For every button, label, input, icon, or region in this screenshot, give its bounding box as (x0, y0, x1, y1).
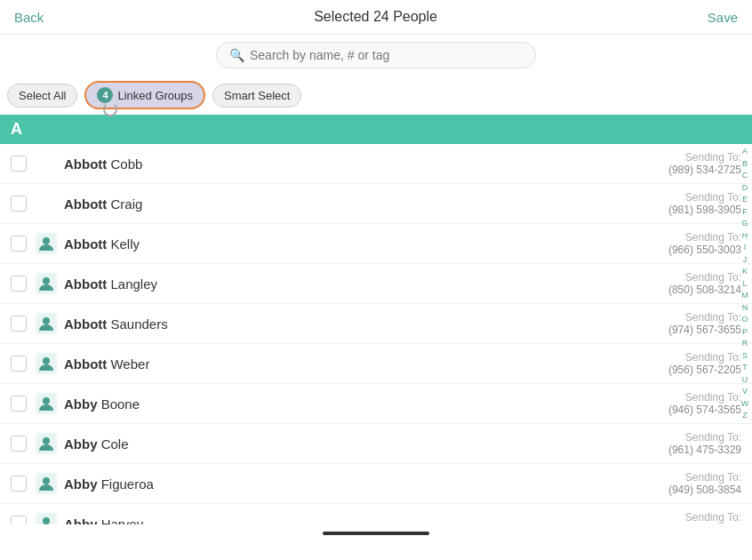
alpha-letter-v[interactable]: V (742, 386, 748, 398)
smart-select-button[interactable]: Smart Select (212, 84, 301, 108)
alpha-sidebar[interactable]: ABCDEFGHIJKLMNOPRSTUVWZ (738, 144, 752, 424)
alpha-letter-u[interactable]: U (742, 374, 748, 387)
alpha-letter-i[interactable]: I (744, 242, 747, 254)
svg-point-7 (43, 357, 50, 364)
contact-checkbox[interactable] (11, 436, 27, 452)
alpha-letter-b[interactable]: B (742, 158, 748, 171)
contact-checkbox[interactable] (11, 476, 27, 492)
contact-sending: Sending To:(939) 504-2073 (635, 511, 741, 524)
alpha-letter-e[interactable]: E (742, 194, 748, 206)
contact-name: Abbott Kelly (64, 236, 635, 252)
contact-avatar-icon (36, 273, 57, 294)
contact-name: Abby Cole (64, 436, 635, 452)
contact-row[interactable]: Abby BooneSending To:(946) 574-3565 (0, 384, 752, 424)
alpha-letter-n[interactable]: N (742, 302, 748, 315)
contact-sending: Sending To:(949) 508-3854 (635, 471, 741, 496)
contact-checkbox[interactable] (11, 396, 27, 412)
alpha-letter-c[interactable]: C (742, 170, 748, 182)
alpha-letter-o[interactable]: O (741, 314, 748, 326)
contact-name: Abbott Craig (64, 196, 635, 212)
contact-sending: Sending To:(981) 598-3905 (635, 191, 741, 216)
alpha-letter-p[interactable]: P (742, 326, 748, 339)
linked-groups-badge: 4 (97, 87, 113, 103)
contact-avatar-icon (36, 513, 57, 524)
contact-sending: Sending To:(956) 567-2205 (635, 351, 741, 376)
contact-sending: Sending To:(850) 508-3214 (635, 271, 741, 296)
alpha-letter-s[interactable]: S (742, 350, 748, 363)
contact-avatar-icon (36, 433, 57, 454)
contact-row[interactable]: Abbott KellySending To:(966) 550-3003 (0, 224, 752, 264)
contact-avatar-icon (36, 353, 57, 374)
contact-row[interactable]: Abby ColeSending To:(961) 475-3329 (0, 424, 752, 464)
svg-point-13 (43, 477, 50, 484)
contact-checkbox[interactable] (11, 156, 27, 172)
bottom-scroll (0, 524, 752, 542)
alpha-letter-w[interactable]: W (741, 398, 749, 411)
contact-avatar-icon (36, 233, 57, 254)
alpha-letter-h[interactable]: H (742, 230, 748, 243)
section-header-a: A (0, 115, 752, 144)
linked-groups-label: Linked Groups (117, 89, 193, 102)
alpha-letter-d[interactable]: D (742, 182, 748, 195)
contact-name: Abbott Cobb (64, 156, 635, 172)
search-bar[interactable]: 🔍 (216, 42, 536, 68)
contact-row[interactable]: Abbott SaundersSending To:(974) 567-3655 (0, 304, 752, 344)
contact-name: Abbott Saunders (64, 316, 635, 332)
alpha-letter-g[interactable]: G (741, 218, 748, 230)
header-title: Selected 24 People (314, 9, 437, 25)
alpha-letter-r[interactable]: R (742, 338, 748, 350)
contact-list[interactable]: Abbott CobbSending To:(989) 534-2725Abbo… (0, 144, 752, 524)
contact-avatar-icon (36, 473, 57, 494)
contact-avatar-icon (36, 393, 57, 414)
svg-point-5 (43, 317, 50, 324)
contact-checkbox[interactable] (11, 356, 27, 372)
contact-sending: Sending To:(961) 475-3329 (635, 431, 741, 456)
search-input[interactable] (250, 48, 523, 62)
contact-checkbox[interactable] (11, 276, 27, 292)
contact-sending: Sending To:(946) 574-3565 (635, 391, 741, 416)
contact-checkbox[interactable] (11, 516, 27, 524)
linked-groups-button[interactable]: 4 Linked Groups (84, 81, 205, 109)
alpha-letter-m[interactable]: M (741, 290, 748, 302)
contact-row[interactable]: Abby FigueroaSending To:(949) 508-3854 (0, 464, 752, 504)
contact-checkbox[interactable] (11, 196, 27, 212)
scroll-bar (323, 532, 429, 535)
search-container: 🔍 (0, 35, 752, 76)
contact-row[interactable]: Abbott CobbSending To:(989) 534-2725 (0, 144, 752, 184)
svg-point-1 (43, 237, 50, 244)
select-all-button[interactable]: Select All (7, 84, 77, 108)
svg-point-9 (43, 397, 50, 404)
contact-name: Abbott Langley (64, 276, 635, 292)
svg-point-3 (43, 277, 50, 284)
contact-row[interactable]: Abbott LangleySending To:(850) 508-3214 (0, 264, 752, 304)
list-area: Abbott CobbSending To:(989) 534-2725Abbo… (0, 144, 752, 524)
svg-point-11 (43, 437, 50, 444)
contact-name: Abby Figueroa (64, 476, 635, 492)
loading-spinner (103, 102, 117, 116)
contact-avatar-icon (36, 313, 57, 334)
back-button[interactable]: Back (14, 10, 44, 25)
alpha-letter-j[interactable]: J (743, 254, 748, 267)
save-button[interactable]: Save (708, 10, 738, 25)
contact-row[interactable]: Abbott CraigSending To:(981) 598-3905 (0, 184, 752, 224)
contact-checkbox[interactable] (11, 236, 27, 252)
contact-row[interactable]: Abby HarveySending To:(939) 504-2073 (0, 504, 752, 524)
alpha-letter-k[interactable]: K (742, 266, 748, 278)
contact-name: Abby Harvey (64, 516, 635, 525)
alpha-letter-z[interactable]: Z (742, 410, 748, 422)
alpha-letter-f[interactable]: F (742, 206, 748, 219)
alpha-letter-l[interactable]: L (742, 278, 747, 291)
header: Back Selected 24 People Save (0, 0, 752, 35)
alpha-letter-a[interactable]: A (742, 146, 748, 158)
contact-sending: Sending To:(989) 534-2725 (635, 151, 741, 176)
contact-name: Abby Boone (64, 396, 635, 412)
svg-point-15 (43, 517, 50, 524)
contact-sending: Sending To:(966) 550-3003 (635, 231, 741, 256)
contact-sending: Sending To:(974) 567-3655 (635, 311, 741, 336)
contact-checkbox[interactable] (11, 316, 27, 332)
contact-row[interactable]: Abbott WeberSending To:(956) 567-2205 (0, 344, 752, 384)
search-icon: 🔍 (229, 48, 244, 62)
alpha-letter-t[interactable]: T (742, 362, 748, 374)
contact-name: Abbott Weber (64, 356, 635, 372)
